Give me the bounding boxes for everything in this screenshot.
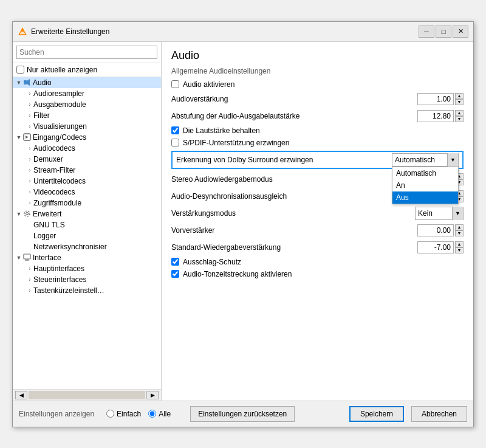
- tree-item-demuxer[interactable]: › Demuxer: [13, 154, 161, 165]
- abstufung-row: Abstufung der Audio-Ausgabelautstärke ▲ …: [171, 109, 464, 123]
- title-bar-left: Erweiterte Einstellungen: [18, 27, 109, 36]
- tree-label-steuerinterfaces: Steuerinterfaces: [33, 275, 86, 284]
- audioversatrkung-input[interactable]: [417, 93, 454, 105]
- tree-item-zugriffsmodule[interactable]: › Zugriffsmodule: [13, 198, 161, 208]
- tree-container[interactable]: ▼ Audio › Audioresampler › Ausgabemodule…: [13, 77, 161, 389]
- interface-icon: [22, 253, 31, 262]
- tree-item-erweitert[interactable]: ▼ Erweitert: [13, 208, 161, 219]
- codec-icon: [22, 133, 31, 142]
- tree-label-streamfilter: Stream-Filter: [33, 166, 75, 174]
- tree-item-hauptinterfaces[interactable]: › Hauptinterfaces: [13, 263, 161, 274]
- abstufung-up[interactable]: ▲: [455, 110, 464, 116]
- tree-item-eingang[interactable]: ▼ Eingang/Codecs: [13, 132, 161, 143]
- arrow-icon: ▼: [15, 79, 22, 86]
- minimize-button[interactable]: ─: [419, 26, 434, 38]
- verstarkungsmodus-arrow: ▼: [452, 207, 463, 220]
- arrow-icon: ›: [26, 156, 33, 163]
- standard-wiedergabe-label: Standard-Wiedergabeverstärkung: [171, 243, 417, 252]
- tree-item-videocodecs[interactable]: › Videocodecs: [13, 187, 161, 198]
- tree-item-interface[interactable]: ▼ Interface: [13, 252, 161, 263]
- search-input[interactable]: [16, 46, 157, 59]
- einfach-radio-label[interactable]: Einfach: [106, 410, 141, 418]
- arrow-icon: ›: [26, 199, 33, 207]
- svg-rect-8: [24, 254, 30, 259]
- tonzeit-label: Audio-Tonzeitstreckung aktivieren: [183, 270, 292, 278]
- abstufung-input[interactable]: [417, 110, 454, 122]
- dropdown-option-automatisch[interactable]: Automatisch: [392, 167, 458, 179]
- audioversatrkung-spinner: ▲ ▼: [455, 93, 464, 105]
- audioversatrkung-up[interactable]: ▲: [455, 93, 464, 99]
- tree-item-audiocodecs[interactable]: › Audiocodecs: [13, 143, 161, 154]
- window-title: Erweiterte Einstellungen: [31, 27, 109, 36]
- verstarkungsmodus-dropdown[interactable]: Kein ▼: [415, 207, 464, 220]
- lautstarke-row: Die Lautstärke behalten: [171, 126, 464, 135]
- scroll-left-button[interactable]: ◀: [15, 391, 27, 399]
- tree-item-filter[interactable]: › Filter: [13, 110, 161, 121]
- tree-item-gnutls[interactable]: › GNU TLS: [13, 219, 161, 230]
- tree-item-steuerinterfaces[interactable]: › Steuerinterfaces: [13, 274, 161, 285]
- radio-group: Einfach Alle: [106, 410, 171, 418]
- tree-item-visualisierungen[interactable]: › Visualisierungen: [13, 121, 161, 132]
- arrow-icon: ›: [26, 177, 33, 185]
- dolby-dropdown[interactable]: Automatisch ▼: [392, 153, 459, 167]
- abstufung-down[interactable]: ▼: [455, 116, 464, 122]
- vorverstarker-spinner: ▲ ▼: [455, 224, 464, 236]
- vorverstarker-down[interactable]: ▼: [455, 230, 464, 236]
- verstarkungsmodus-control: Kein ▼: [415, 207, 464, 220]
- tree-item-untertitelcodecs[interactable]: › Untertitelcodecs: [13, 176, 161, 187]
- save-button[interactable]: Speichern: [349, 406, 404, 422]
- arrow-icon: ›: [26, 145, 33, 152]
- tree-item-logger[interactable]: › Logger: [13, 230, 161, 241]
- tree-item-netzwerk[interactable]: › Netzwerksynchronisier: [13, 241, 161, 252]
- tree-item-audio[interactable]: ▼ Audio: [13, 77, 161, 88]
- cancel-button[interactable]: Abbrechen: [411, 406, 467, 422]
- scroll-right-button[interactable]: ▶: [146, 391, 159, 399]
- dropdown-option-an[interactable]: An: [392, 179, 458, 191]
- stereo-label: Stereo Audiowiedergabemodus: [171, 175, 417, 184]
- close-button[interactable]: ✕: [453, 26, 468, 38]
- arrow-icon: ›: [26, 188, 33, 196]
- audioversatrkung-row: Audioverstärkung ▲ ▼: [171, 92, 464, 106]
- gear-icon: [22, 210, 31, 218]
- tree-label-audio: Audio: [33, 78, 52, 87]
- alle-radio[interactable]: [148, 410, 156, 418]
- audioversatrkung-down[interactable]: ▼: [455, 99, 464, 105]
- einfach-radio[interactable]: [106, 410, 114, 418]
- tonzeit-checkbox[interactable]: [171, 270, 179, 278]
- tree-item-tastenkuerzel[interactable]: › Tastenkürzeleinstell…: [13, 285, 161, 296]
- standard-wiedergabe-up[interactable]: ▲: [455, 241, 464, 247]
- vorverstarker-input[interactable]: [417, 224, 454, 236]
- svg-point-6: [26, 213, 28, 215]
- arrow-icon: ›: [26, 276, 33, 283]
- title-bar: Erweiterte Einstellungen ─ □ ✕: [13, 22, 473, 42]
- tree-label-hauptinterfaces: Hauptinterfaces: [33, 264, 84, 273]
- tree-label-netzwerk: Netzwerksynchronisier: [33, 243, 107, 251]
- tree-label-untertitelcodecs: Untertitelcodecs: [33, 177, 86, 185]
- tree-label-eingang: Eingang/Codecs: [33, 133, 86, 142]
- maximize-button[interactable]: □: [436, 26, 451, 38]
- spdif-checkbox[interactable]: [171, 139, 179, 146]
- tree-label-audioresampler: Audioresampler: [33, 89, 84, 98]
- dropdown-option-aus[interactable]: Aus: [392, 191, 458, 204]
- tree-item-ausgabemodule[interactable]: › Ausgabemodule: [13, 99, 161, 110]
- tree-item-audioresampler[interactable]: › Audioresampler: [13, 88, 161, 99]
- lautstarke-checkbox[interactable]: [171, 126, 179, 134]
- tree-item-streamfilter[interactable]: › Stream-Filter: [13, 165, 161, 176]
- reset-button[interactable]: Einstellungen zurücksetzen: [190, 406, 295, 422]
- lautstarke-label: Die Lautstärke behalten: [183, 126, 260, 135]
- panel-title: Audio: [171, 49, 464, 62]
- ausschlag-checkbox[interactable]: [171, 258, 179, 266]
- arrow-icon: ›: [26, 167, 33, 174]
- standard-wiedergabe-input[interactable]: [417, 241, 454, 253]
- audio-aktivieren-checkbox[interactable]: [171, 80, 179, 88]
- tree-label-ausgabemodule: Ausgabemodule: [33, 100, 86, 109]
- arrow-icon: ›: [26, 101, 33, 108]
- only-current-row: Nur aktuelle anzeigen: [13, 63, 161, 77]
- ausschlag-label: Ausschlag-Schutz: [183, 258, 241, 266]
- only-current-checkbox[interactable]: [16, 66, 24, 74]
- alle-radio-label[interactable]: Alle: [148, 410, 171, 418]
- einstellungen-label: Einstellungen anzeigen: [19, 410, 94, 418]
- vorverstarker-up[interactable]: ▲: [455, 224, 464, 230]
- verstarkungsmodus-row: Verstärkungsmodus Kein ▼: [171, 207, 464, 220]
- standard-wiedergabe-down[interactable]: ▼: [455, 247, 464, 253]
